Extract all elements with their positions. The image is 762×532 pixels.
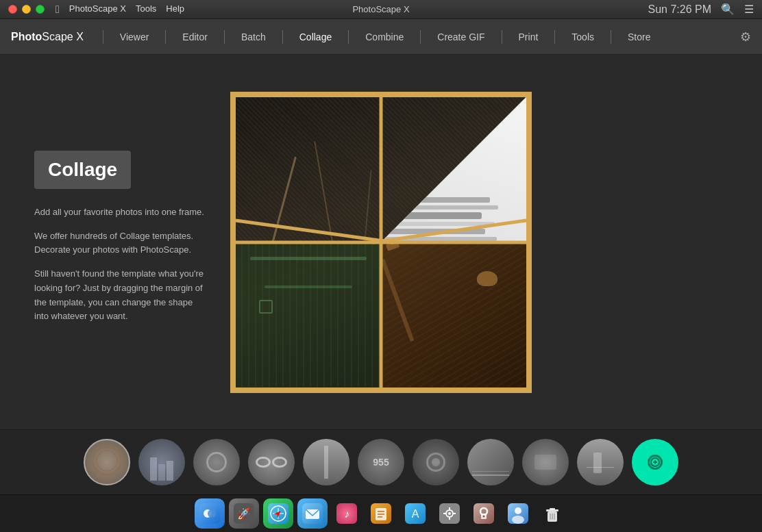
nav-print[interactable]: Print bbox=[508, 27, 550, 47]
nav-divider-6 bbox=[502, 30, 502, 44]
traffic-lights bbox=[8, 5, 45, 14]
thumb-machinery[interactable] bbox=[413, 439, 459, 485]
dock-music[interactable]: ♪ bbox=[332, 498, 362, 529]
nav-items: Viewer Editor Batch Collage Combine Crea… bbox=[109, 27, 740, 47]
nav-batch[interactable]: Batch bbox=[230, 27, 277, 47]
nav-divider-8 bbox=[611, 30, 611, 44]
add-icon bbox=[648, 455, 663, 470]
svg-point-41 bbox=[512, 516, 524, 524]
menu-bar:  PhotoScape X Tools Help bbox=[56, 3, 184, 16]
dock-user[interactable] bbox=[503, 498, 533, 529]
close-button[interactable] bbox=[8, 5, 17, 14]
maximize-button[interactable] bbox=[36, 5, 45, 14]
nav-divider bbox=[103, 30, 103, 44]
collage-preview[interactable] bbox=[230, 92, 532, 393]
apple-logo-icon:  bbox=[56, 3, 60, 16]
dock-appstore[interactable]: A bbox=[400, 498, 430, 529]
nav-divider-3 bbox=[282, 30, 283, 44]
title-bar-right: Sun 7:26 PM 🔍 ☰ bbox=[648, 3, 754, 16]
nav-combine[interactable]: Combine bbox=[354, 27, 415, 47]
thumb-street[interactable] bbox=[467, 439, 514, 485]
svg-point-9 bbox=[208, 509, 216, 518]
collage-desc-2: We offer hundreds of Collage templates. … bbox=[34, 229, 206, 258]
nav-divider-1 bbox=[165, 30, 166, 44]
nav-divider-4 bbox=[348, 30, 349, 44]
dock-trash[interactable] bbox=[537, 498, 567, 529]
thumb-wood[interactable]: WOOD bbox=[84, 439, 130, 485]
nav-divider-5 bbox=[420, 30, 421, 44]
dock-finder[interactable] bbox=[195, 498, 225, 529]
title-bar:  PhotoScape X Tools Help PhotoScape X S… bbox=[0, 0, 762, 19]
thumb-road[interactable] bbox=[303, 439, 349, 485]
title-bar-left:  PhotoScape X Tools Help bbox=[8, 3, 184, 16]
nav-tools[interactable]: Tools bbox=[561, 27, 605, 47]
dock: 🚀 ♪ bbox=[0, 494, 762, 532]
menu-item-help[interactable]: Help bbox=[166, 3, 184, 16]
search-icon[interactable]: 🔍 bbox=[721, 3, 735, 16]
thumb-abstract[interactable] bbox=[522, 439, 569, 485]
dock-gpg[interactable] bbox=[469, 498, 499, 529]
settings-icon[interactable]: ⚙ bbox=[740, 29, 751, 45]
dock-books[interactable] bbox=[366, 498, 396, 529]
add-collage-button[interactable] bbox=[632, 439, 678, 485]
menu-item-tools[interactable]: Tools bbox=[136, 3, 156, 16]
left-panel: Collage Add all your favorite photos int… bbox=[0, 55, 233, 429]
svg-text:🚀: 🚀 bbox=[237, 507, 251, 520]
main-content: Collage Add all your favorite photos int… bbox=[0, 55, 762, 429]
svg-point-30 bbox=[448, 512, 451, 515]
app-logo: PhotoScape X bbox=[11, 31, 84, 43]
nav-divider-7 bbox=[554, 30, 555, 44]
svg-rect-45 bbox=[550, 508, 555, 510]
thumb-numbers[interactable]: 955 bbox=[358, 439, 404, 485]
nav-create-gif[interactable]: Create GIF bbox=[426, 27, 495, 47]
nav-store[interactable]: Store bbox=[617, 27, 661, 47]
dock-safari[interactable] bbox=[263, 498, 293, 529]
nav-viewer[interactable]: Viewer bbox=[109, 27, 160, 47]
window-title: PhotoScape X bbox=[352, 4, 409, 14]
collage-title: Collage bbox=[34, 151, 131, 189]
dock-settings[interactable] bbox=[434, 498, 465, 529]
minimize-button[interactable] bbox=[22, 5, 31, 14]
collage-inner bbox=[236, 97, 526, 388]
thumbnails-strip: WOOD 955 bbox=[0, 429, 762, 494]
thumb-coffee[interactable] bbox=[193, 439, 240, 485]
nav-collage[interactable]: Collage bbox=[288, 27, 343, 47]
svg-point-40 bbox=[515, 507, 521, 514]
dock-launchpad[interactable]: 🚀 bbox=[229, 498, 259, 529]
svg-text:A: A bbox=[412, 508, 419, 520]
menu-icon[interactable]: ☰ bbox=[744, 3, 754, 16]
collage-desc-1: Add all your favorite photos into one fr… bbox=[34, 205, 206, 220]
dock-mail[interactable] bbox=[297, 498, 328, 529]
thumb-glasses[interactable] bbox=[248, 439, 295, 485]
nav-divider-2 bbox=[224, 30, 225, 44]
thumb-buildings[interactable] bbox=[138, 439, 185, 485]
thumb-water[interactable] bbox=[577, 439, 624, 485]
time-display: Sun 7:26 PM bbox=[648, 3, 712, 16]
svg-point-38 bbox=[483, 516, 485, 518]
collage-desc-3: Still haven't found the template what yo… bbox=[34, 267, 206, 324]
nav-bar: PhotoScape X Viewer Editor Batch Collage… bbox=[0, 19, 762, 55]
svg-text:♪: ♪ bbox=[344, 508, 349, 520]
menu-item-app[interactable]: PhotoScape X bbox=[69, 3, 126, 16]
nav-editor[interactable]: Editor bbox=[171, 27, 219, 47]
